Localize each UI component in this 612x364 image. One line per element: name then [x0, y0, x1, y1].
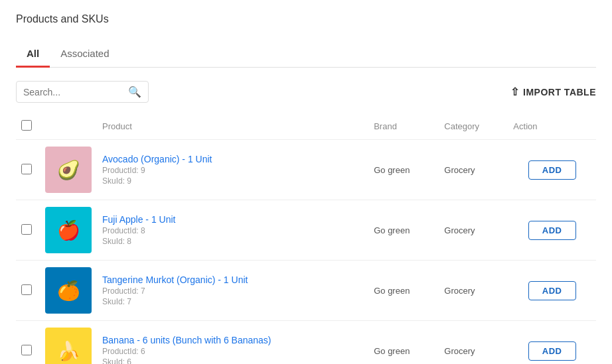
product-name: Tangerine Murkot (Organic) - 1 Unit: [102, 274, 363, 285]
add-button[interactable]: ADD: [528, 221, 576, 240]
row-image-cell: 🍌: [40, 321, 97, 365]
product-id: ProductId: 6: [102, 347, 363, 356]
row-category-cell: Grocery: [439, 140, 508, 200]
page-title: Products and SKUs: [16, 13, 596, 25]
sku-id: SkuId: 9: [102, 176, 363, 186]
row-checkbox-0[interactable]: [21, 164, 32, 174]
tab-associated[interactable]: Associated: [50, 41, 119, 68]
header-category: Category: [439, 113, 508, 140]
header-product: Product: [97, 113, 368, 140]
row-brand-cell: Go green: [368, 200, 439, 261]
page-container: Products and SKUs All Associated 🔍 ⇧ IMP…: [0, 0, 612, 364]
row-product-cell: Avocado (Organic) - 1 Unit ProductId: 9 …: [97, 140, 368, 200]
row-category-cell: Grocery: [439, 200, 508, 261]
row-product-cell: Banana - 6 units (Bunch with 6 Bananas) …: [97, 321, 368, 365]
row-checkbox-cell: [16, 321, 40, 365]
table-row: 🥑 Avocado (Organic) - 1 Unit ProductId: …: [16, 140, 596, 200]
sku-id: SkuId: 6: [102, 357, 363, 364]
table-row: 🍌 Banana - 6 units (Bunch with 6 Bananas…: [16, 321, 596, 365]
row-action-cell: ADD: [508, 140, 596, 200]
row-product-cell: Tangerine Murkot (Organic) - 1 Unit Prod…: [97, 261, 368, 321]
row-action-cell: ADD: [508, 261, 596, 321]
search-icon[interactable]: 🔍: [128, 86, 141, 98]
tab-all[interactable]: All: [16, 41, 50, 68]
add-button[interactable]: ADD: [528, 341, 576, 361]
header-select: [16, 113, 40, 140]
search-box[interactable]: 🔍: [16, 81, 149, 103]
sku-id: SkuId: 8: [102, 237, 363, 246]
add-button[interactable]: ADD: [528, 160, 576, 180]
row-brand-cell: Go green: [368, 321, 439, 365]
row-product-cell: Fuji Apple - 1 Unit ProductId: 8 SkuId: …: [97, 200, 368, 261]
import-label: IMPORT TABLE: [523, 87, 596, 97]
product-image: 🥑: [45, 147, 92, 193]
product-name: Fuji Apple - 1 Unit: [102, 214, 363, 225]
product-image: 🍌: [45, 328, 92, 364]
product-id: ProductId: 8: [102, 226, 363, 235]
header-brand: Brand: [368, 113, 439, 140]
row-checkbox-cell: [16, 140, 40, 200]
row-checkbox-3[interactable]: [21, 345, 32, 355]
row-action-cell: ADD: [508, 200, 596, 261]
row-category-cell: Grocery: [439, 321, 508, 365]
product-image: 🍎: [45, 207, 92, 253]
toolbar: 🔍 ⇧ IMPORT TABLE: [16, 81, 596, 103]
row-checkbox-cell: [16, 200, 40, 261]
row-category-cell: Grocery: [439, 261, 508, 321]
table-row: 🍎 Fuji Apple - 1 Unit ProductId: 8 SkuId…: [16, 200, 596, 261]
row-image-cell: 🍎: [40, 200, 97, 261]
upload-icon: ⇧: [510, 86, 520, 98]
row-action-cell: ADD: [508, 321, 596, 365]
search-input[interactable]: [23, 87, 128, 97]
row-checkbox-2[interactable]: [21, 284, 32, 295]
add-button[interactable]: ADD: [528, 281, 576, 300]
tabs-container: All Associated: [16, 41, 596, 68]
product-id: ProductId: 9: [102, 166, 363, 175]
product-name: Avocado (Organic) - 1 Unit: [102, 154, 363, 164]
header-image: [40, 113, 97, 140]
table-row: 🍊 Tangerine Murkot (Organic) - 1 Unit Pr…: [16, 261, 596, 321]
table-header-row: Product Brand Category Action: [16, 113, 596, 140]
products-table: Product Brand Category Action 🥑 Avocado …: [16, 113, 596, 364]
product-id: ProductId: 7: [102, 286, 363, 296]
row-checkbox-cell: [16, 261, 40, 321]
row-checkbox-1[interactable]: [21, 224, 32, 235]
row-image-cell: 🍊: [40, 261, 97, 321]
select-all-checkbox[interactable]: [21, 120, 32, 131]
product-image: 🍊: [45, 267, 92, 314]
product-name: Banana - 6 units (Bunch with 6 Bananas): [102, 335, 363, 345]
import-table-button[interactable]: ⇧ IMPORT TABLE: [510, 86, 596, 98]
sku-id: SkuId: 7: [102, 297, 363, 306]
row-image-cell: 🥑: [40, 140, 97, 200]
row-brand-cell: Go green: [368, 140, 439, 200]
row-brand-cell: Go green: [368, 261, 439, 321]
header-action: Action: [508, 113, 596, 140]
